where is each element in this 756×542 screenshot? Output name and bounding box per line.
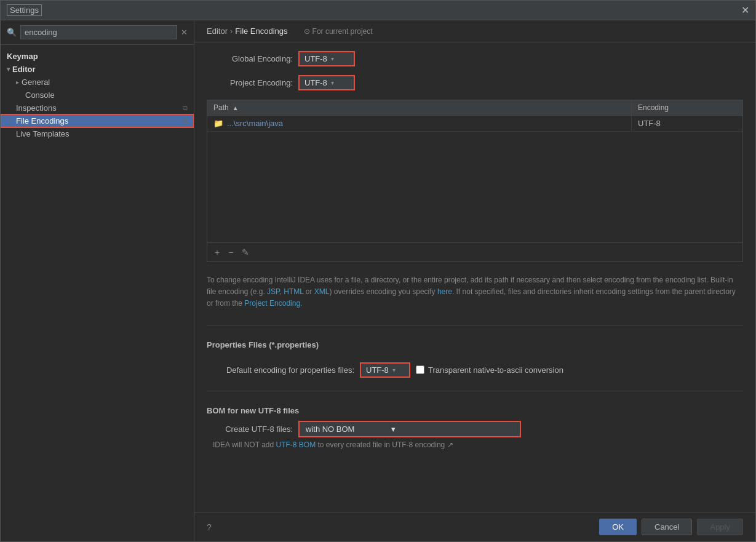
inspections-copy-icon: ⧉	[183, 104, 188, 112]
col-header-encoding: Encoding	[632, 100, 742, 115]
breadcrumb-current: File Encodings	[235, 26, 287, 36]
search-input[interactable]	[20, 25, 177, 39]
bom-note: IDEA will NOT add UTF-8 BOM to every cre…	[213, 440, 743, 449]
search-clear-icon[interactable]: ✕	[181, 28, 188, 37]
apply-button[interactable]: Apply	[697, 519, 743, 535]
encoding-value: UTF-8	[638, 119, 661, 128]
table-header: Path ▲ Encoding	[207, 100, 742, 116]
sidebar-item-editor[interactable]: ▾ Editor	[1, 63, 194, 76]
search-bar: 🔍 ✕	[1, 20, 194, 45]
keymap-label: Keymap	[7, 52, 38, 61]
sidebar-item-file-encodings[interactable]: File Encodings ⧉	[1, 114, 194, 127]
html-link[interactable]: HTML	[284, 287, 303, 296]
settings-dialog: Settings ✕ 🔍 ✕ Keymap ▾ Editor ▸ Gene	[0, 0, 756, 542]
add-path-button[interactable]: +	[211, 245, 223, 259]
sidebar-tree: Keymap ▾ Editor ▸ General Console Inspec…	[1, 45, 194, 541]
path-value: ...\src\main\java	[227, 119, 283, 128]
folder-icon: 📁	[213, 119, 223, 128]
col-header-path[interactable]: Path ▲	[207, 100, 632, 115]
project-encoding-dropdown[interactable]: UTF-8 ▾	[299, 76, 354, 90]
close-button[interactable]: ✕	[741, 6, 749, 15]
dialog-title: Settings	[7, 4, 42, 16]
table-toolbar: + − ✎	[207, 242, 742, 261]
remove-path-button[interactable]: −	[225, 245, 237, 259]
transparent-conversion-area: Transparent native-to-ascii conversion	[416, 365, 563, 375]
bom-dropdown-arrow: ▾	[391, 424, 396, 434]
general-label: General	[22, 78, 50, 87]
for-current-project-link[interactable]: ⊙ For current project	[304, 27, 373, 36]
jsp-link[interactable]: JSP	[267, 287, 279, 296]
sort-icon: ▲	[233, 105, 239, 111]
live-templates-label: Live Templates	[16, 129, 69, 138]
global-encoding-row: Global Encoding: UTF-8 ▾	[207, 52, 743, 66]
project-encoding-arrow: ▾	[331, 79, 334, 86]
properties-section-title: Properties Files (*.properties)	[207, 340, 743, 349]
sidebar-item-inspections[interactable]: Inspections ⧉	[1, 102, 194, 114]
cell-path: 📁 ...\src\main\java	[207, 116, 632, 131]
help-button[interactable]: ?	[207, 522, 212, 532]
props-encoding-label: Default encoding for properties files:	[207, 365, 354, 375]
sidebar: 🔍 ✕ Keymap ▾ Editor ▸ General Console	[1, 20, 194, 541]
inspections-label: Inspections	[16, 103, 57, 113]
props-encoding-value: UTF-8	[366, 365, 389, 375]
cell-encoding: UTF-8	[632, 116, 742, 131]
bom-create-label: Create UTF-8 files:	[207, 424, 293, 434]
sidebar-item-live-templates[interactable]: Live Templates	[1, 127, 194, 140]
transparent-conversion-checkbox[interactable]	[416, 365, 424, 374]
info-text: To change encoding IntelliJ IDEA uses fo…	[207, 269, 743, 315]
console-label: Console	[25, 90, 55, 100]
right-panel: Editor › File Encodings ⊙ For current pr…	[194, 20, 755, 541]
bom-create-row: Create UTF-8 files: with NO BOM ▾	[207, 421, 743, 437]
for-project-icon: ⊙	[304, 27, 310, 36]
file-encodings-copy-icon: ⧉	[183, 117, 188, 125]
project-encoding-label: Project Encoding:	[207, 78, 293, 87]
bom-note-suffix: to every created file in UTF-8 encoding …	[316, 440, 453, 449]
cancel-button[interactable]: Cancel	[642, 519, 692, 535]
panel-body: Global Encoding: UTF-8 ▾ Project Encodin…	[194, 42, 755, 512]
search-icon: 🔍	[7, 28, 17, 37]
editor-arrow: ▾	[7, 66, 10, 73]
breadcrumb-separator: ›	[230, 26, 233, 36]
ok-button[interactable]: OK	[599, 519, 637, 535]
sidebar-item-keymap[interactable]: Keymap	[1, 50, 194, 63]
path-table: Path ▲ Encoding 📁 ...\src\main\java	[207, 100, 743, 262]
utf8-bom-link[interactable]: UTF-8 BOM	[276, 440, 316, 449]
sidebar-item-console[interactable]: Console	[1, 89, 194, 102]
section-divider-2	[207, 391, 743, 391]
breadcrumb-parent: Editor	[207, 26, 228, 36]
title-bar: Settings ✕	[1, 1, 755, 20]
col-path-label: Path	[213, 103, 229, 112]
bom-section: BOM for new UTF-8 files Create UTF-8 fil…	[207, 406, 743, 449]
section-divider-1	[207, 325, 743, 325]
bom-section-title: BOM for new UTF-8 files	[207, 406, 743, 415]
file-encodings-label: File Encodings	[16, 116, 68, 126]
global-encoding-arrow: ▾	[331, 55, 334, 62]
edit-path-button[interactable]: ✎	[238, 245, 253, 259]
table-row[interactable]: 📁 ...\src\main\java UTF-8	[207, 116, 742, 132]
global-encoding-dropdown[interactable]: UTF-8 ▾	[299, 52, 354, 66]
global-encoding-value: UTF-8	[304, 54, 327, 63]
table-empty-area	[207, 132, 742, 242]
breadcrumb: Editor › File Encodings	[207, 26, 288, 36]
transparent-conversion-label: Transparent native-to-ascii conversion	[428, 365, 563, 375]
col-encoding-label: Encoding	[638, 103, 669, 112]
properties-encoding-row: Default encoding for properties files: U…	[207, 363, 743, 377]
panel-header: Editor › File Encodings ⊙ For current pr…	[194, 20, 755, 42]
sidebar-item-general[interactable]: ▸ General	[1, 76, 194, 89]
global-encoding-label: Global Encoding:	[207, 54, 293, 63]
project-encoding-row: Project Encoding: UTF-8 ▾	[207, 76, 743, 90]
editor-label: Editor	[12, 65, 36, 74]
xml-link[interactable]: XML	[314, 287, 330, 296]
here-link[interactable]: here	[437, 287, 452, 296]
general-arrow: ▸	[16, 79, 19, 86]
main-content: 🔍 ✕ Keymap ▾ Editor ▸ General Console	[1, 20, 755, 541]
bom-create-dropdown[interactable]: with NO BOM ▾	[299, 421, 520, 437]
bom-note-prefix: IDEA will NOT add	[213, 440, 276, 449]
footer: ? OK Cancel Apply	[194, 512, 755, 541]
project-encoding-value: UTF-8	[304, 78, 327, 87]
project-encoding-link[interactable]: Project Encoding	[244, 299, 300, 308]
footer-buttons: OK Cancel Apply	[599, 519, 743, 535]
bom-create-value: with NO BOM	[306, 424, 354, 434]
for-project-label: For current project	[312, 27, 373, 36]
properties-encoding-dropdown[interactable]: UTF-8 ▾	[360, 363, 410, 377]
